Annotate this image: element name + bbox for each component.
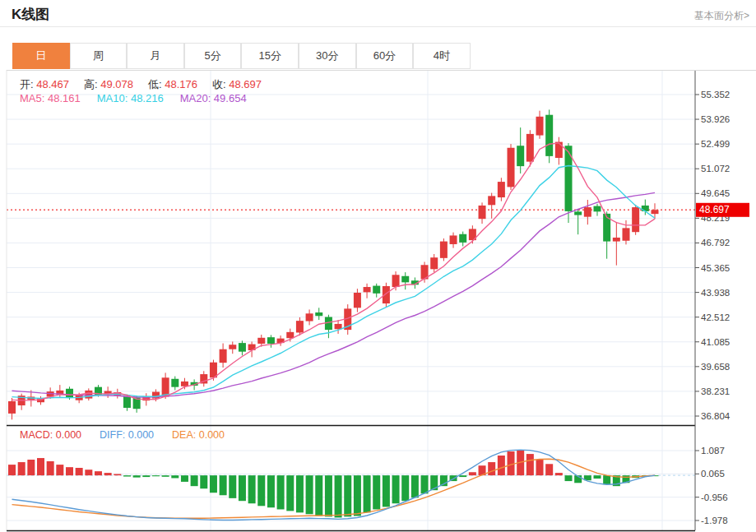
current-price-tag-text: 48.697 xyxy=(699,204,730,215)
candle-body xyxy=(584,207,591,217)
tab-日[interactable]: 日 xyxy=(12,43,70,69)
macd-bar xyxy=(56,465,63,475)
candle-body xyxy=(229,345,236,349)
candle-body xyxy=(392,275,400,287)
y-axis-label: 36.804 xyxy=(701,411,730,421)
macd-bar xyxy=(18,462,26,475)
candle-body xyxy=(171,379,179,387)
legend-ohlc-item: 收: 48.697 xyxy=(212,78,262,90)
tab-4时[interactable]: 4时 xyxy=(413,43,471,69)
macd-bar xyxy=(401,475,409,501)
candle-body xyxy=(85,391,92,399)
candle-body xyxy=(401,276,409,283)
y-axis-label: -0.956 xyxy=(701,493,728,502)
macd-bar xyxy=(162,475,169,477)
macd-bar xyxy=(191,475,198,486)
y-axis-label: 1.087 xyxy=(701,446,725,456)
y-axis-label: 41.085 xyxy=(701,337,730,347)
y-axis-label: 42.512 xyxy=(701,312,730,322)
macd-bar xyxy=(37,458,44,475)
macd-bar xyxy=(85,470,92,475)
candle-body xyxy=(555,142,563,158)
ma-legend: MA5: 48.161MA10: 48.216MA20: 49.654 xyxy=(20,92,263,104)
macd-bar xyxy=(459,475,466,477)
tab-30分[interactable]: 30分 xyxy=(299,43,356,69)
macd-bar xyxy=(594,475,601,479)
candle-body xyxy=(267,337,275,344)
macd-legend: MACD: 0.000DIFF: 0.000DEA: 0.000 xyxy=(20,429,243,441)
candle-body xyxy=(430,257,438,269)
macd-bar xyxy=(354,475,361,516)
candle-body xyxy=(479,206,486,219)
ma10-line xyxy=(12,166,656,399)
tab-5分[interactable]: 5分 xyxy=(184,43,242,69)
legend-ma-item: MA20: 49.654 xyxy=(180,92,247,104)
header-divider xyxy=(0,26,756,27)
y-axis-label: 52.499 xyxy=(701,139,730,149)
macd-bar xyxy=(498,456,505,475)
candle-body xyxy=(651,210,658,214)
macd-bar xyxy=(171,475,179,478)
candle-body xyxy=(257,338,265,344)
candle-body xyxy=(594,206,601,212)
candle-body xyxy=(440,242,448,258)
legend-ohlc-item: 开: 48.467 xyxy=(20,78,69,90)
candle-body xyxy=(286,332,294,338)
candle-body xyxy=(498,182,505,197)
y-axis-label: 39.658 xyxy=(701,362,730,372)
candle-body xyxy=(488,196,495,205)
legend-ohlc-item: 低: 48.176 xyxy=(148,78,197,90)
macd-bar xyxy=(104,473,112,475)
candle-body xyxy=(459,234,466,243)
candle-body xyxy=(373,286,380,294)
y-axis-label: -1.978 xyxy=(701,516,728,525)
macd-bar xyxy=(181,475,188,482)
candle-body xyxy=(8,401,16,414)
y-axis-label: 38.231 xyxy=(701,386,730,396)
legend-ohlc-item: 高: 49.078 xyxy=(84,78,133,90)
candle-body xyxy=(526,134,534,162)
candle-body xyxy=(66,389,73,398)
macd-bar xyxy=(66,467,73,475)
tab-60分[interactable]: 60分 xyxy=(356,43,414,69)
candle-body xyxy=(296,321,304,332)
macd-bar xyxy=(286,475,294,511)
macd-bar xyxy=(392,475,400,503)
tab-15分[interactable]: 15分 xyxy=(241,43,299,69)
macd-bar xyxy=(47,461,54,475)
y-axis-label: 45.365 xyxy=(701,263,730,273)
tab-周[interactable]: 周 xyxy=(70,43,128,69)
candle-body xyxy=(613,238,620,242)
macd-bar xyxy=(344,475,351,516)
macd-bar xyxy=(8,465,16,475)
macd-bar xyxy=(488,462,495,475)
macd-bar xyxy=(335,475,342,517)
macd-bar xyxy=(555,473,563,475)
dea-line xyxy=(12,459,656,518)
macd-bar xyxy=(306,475,313,514)
candle-body xyxy=(123,396,131,408)
legend-macd-item: DIFF: 0.000 xyxy=(100,429,154,441)
macd-bar xyxy=(603,475,610,484)
y-axis-label: 55.352 xyxy=(701,90,730,99)
macd-bar xyxy=(248,475,256,503)
y-axis-label: 43.938 xyxy=(701,288,730,298)
candle-body xyxy=(220,349,227,363)
candle-body xyxy=(335,324,342,329)
macd-bar xyxy=(152,475,160,476)
macd-bar xyxy=(565,475,573,481)
ohlc-legend: 开: 48.467高: 49.078低: 48.176收: 48.697 xyxy=(20,77,276,92)
fundamental-analysis-link[interactable]: 基本面分析> xyxy=(694,9,749,23)
macd-bar xyxy=(325,475,332,516)
macd-bar xyxy=(229,475,236,498)
tab-月[interactable]: 月 xyxy=(127,43,184,69)
macd-bar xyxy=(277,475,285,509)
macd-bar xyxy=(220,475,227,495)
macd-bar xyxy=(526,454,534,475)
y-axis-label: 0.065 xyxy=(701,469,725,479)
candle-body xyxy=(517,146,524,166)
ma5-line xyxy=(12,143,656,400)
candle-body xyxy=(364,287,371,292)
macd-bar xyxy=(123,475,131,476)
macd-bar xyxy=(536,460,544,475)
